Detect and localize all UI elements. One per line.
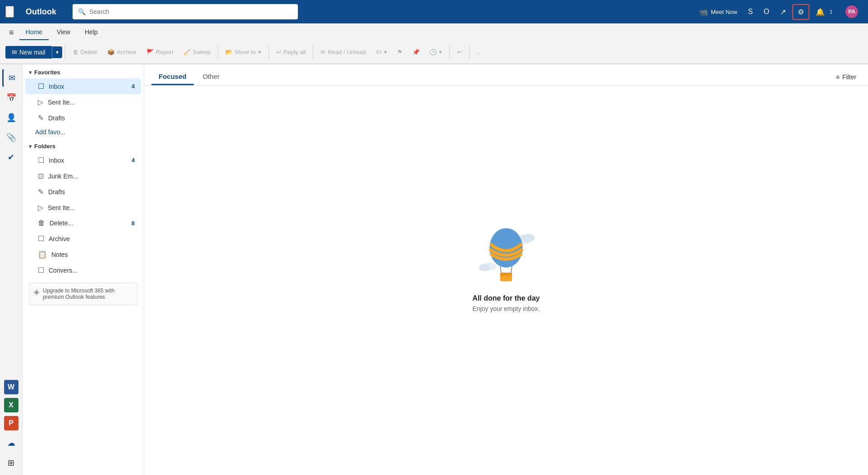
reply-all-button[interactable]: ↩ Reply all bbox=[272, 46, 311, 58]
filter-icon: ≡ bbox=[836, 73, 840, 81]
folder-panel: ▾ Favorites ☐ Inbox 4 ▷ Sent Ite... ✎ Dr… bbox=[23, 64, 144, 475]
tab-focused[interactable]: Focused bbox=[151, 69, 194, 85]
folder-item-drafts[interactable]: ✎ Drafts bbox=[25, 184, 141, 200]
sidebar-item-files[interactable]: 📎 bbox=[2, 128, 20, 146]
folders-section-header[interactable]: ▾ Folders bbox=[23, 138, 144, 152]
separator-1 bbox=[65, 46, 65, 59]
excel-app-button[interactable]: X bbox=[4, 398, 18, 412]
favorites-section-header[interactable]: ▾ Favorites bbox=[23, 64, 144, 78]
empty-inbox-state: All done for the day Enjoy your empty in… bbox=[144, 86, 868, 475]
balloon-illustration bbox=[475, 222, 538, 285]
undo-icon: ↩ bbox=[457, 49, 462, 55]
ribbon-tabs: ≡ Home View Help bbox=[0, 23, 868, 41]
svg-point-1 bbox=[521, 234, 535, 242]
sidebar-item-people[interactable]: 👤 bbox=[2, 109, 20, 127]
new-mail-group: ✉ New mail ▾ bbox=[5, 46, 62, 59]
separator-4 bbox=[313, 46, 313, 59]
conversations-icon: ☐ bbox=[38, 266, 44, 274]
sidebar-item-calendar[interactable]: 📅 bbox=[2, 89, 20, 107]
inbox-fav-icon: ☐ bbox=[38, 82, 44, 91]
ribbon: ≡ Home View Help ✉ New mail ▾ 🗑 Delete 📦… bbox=[0, 23, 868, 64]
meet-now-button[interactable]: 📹 Meet Now bbox=[694, 5, 742, 19]
folder-item-drafts-fav[interactable]: ✎ Drafts bbox=[25, 110, 141, 126]
delete-button[interactable]: 🗑 Delete bbox=[68, 46, 102, 58]
pin-button[interactable]: 📌 bbox=[408, 46, 424, 58]
new-mail-dropdown-button[interactable]: ▾ bbox=[52, 46, 62, 58]
avatar-button[interactable]: PA bbox=[841, 3, 863, 21]
delete-icon: 🗑 bbox=[73, 49, 78, 55]
archive-button[interactable]: 📦 Archive bbox=[103, 46, 141, 58]
more-button[interactable]: ... bbox=[472, 46, 486, 58]
bell-button[interactable]: 🔔 1 bbox=[811, 5, 839, 19]
settings-button[interactable]: ⚙ bbox=[792, 4, 809, 20]
search-input[interactable] bbox=[89, 8, 292, 15]
svg-point-9 bbox=[479, 264, 490, 271]
search-bar: 🔍 bbox=[73, 4, 298, 19]
main-layout: ✉ 📅 👤 📎 ✔ W X P ☁ ⊞ ▾ Favorites ☐ Inbox … bbox=[0, 64, 868, 475]
chevron-down-icon: ▾ bbox=[258, 49, 261, 55]
junk-icon: ⊡ bbox=[38, 172, 44, 180]
folder-item-sent[interactable]: ▷ Sent Ite... bbox=[25, 200, 141, 215]
folders-chevron-icon: ▾ bbox=[29, 143, 32, 150]
flag-icon: ⚑ bbox=[397, 49, 402, 55]
add-favorite-button[interactable]: Add favo... bbox=[23, 126, 144, 138]
tab-other[interactable]: Other bbox=[196, 69, 227, 85]
read-unread-button[interactable]: ✉ Read / Unread bbox=[316, 46, 370, 58]
skype-icon: S bbox=[748, 8, 753, 16]
new-mail-button[interactable]: ✉ New mail bbox=[5, 46, 52, 59]
tab-help[interactable]: Help bbox=[78, 25, 104, 40]
notes-icon: 📋 bbox=[38, 250, 47, 259]
office-button[interactable]: O bbox=[759, 5, 773, 18]
reply-all-icon: ↩ bbox=[276, 49, 281, 55]
sweep-button[interactable]: 🧹 Sweep bbox=[179, 46, 215, 58]
gear-icon: ⚙ bbox=[798, 8, 804, 16]
tab-home[interactable]: Home bbox=[19, 25, 49, 40]
svg-line-5 bbox=[511, 266, 512, 274]
report-button[interactable]: 🚩 Report bbox=[142, 46, 178, 58]
folder-item-notes[interactable]: 📋 Notes bbox=[25, 247, 141, 262]
move-to-button[interactable]: 📂 Move to ▾ bbox=[221, 46, 265, 58]
bell-icon: 🔔 bbox=[816, 8, 825, 16]
drafts-folder-icon: ✎ bbox=[38, 187, 44, 196]
flag-button[interactable]: ⚑ bbox=[393, 46, 407, 58]
sent-fav-icon: ▷ bbox=[38, 98, 43, 106]
envelope-icon: ✉ bbox=[12, 49, 17, 56]
avatar: PA bbox=[845, 5, 858, 18]
titlebar: ⊞ Outlook 🔍 📹 Meet Now S O ↗ ⚙ 🔔 1 PA bbox=[0, 0, 868, 23]
folder-item-inbox[interactable]: ☐ Inbox 4 bbox=[25, 152, 141, 168]
skype-button[interactable]: S bbox=[744, 5, 758, 18]
chevron-remind-icon: ▾ bbox=[439, 49, 442, 55]
folder-item-deleted[interactable]: 🗑 Delete... 8 bbox=[25, 215, 141, 231]
titlebar-actions: 📹 Meet Now S O ↗ ⚙ 🔔 1 PA bbox=[694, 3, 863, 21]
search-icon: 🔍 bbox=[78, 8, 86, 15]
favorites-chevron-icon: ▾ bbox=[29, 69, 32, 76]
tab-view[interactable]: View bbox=[50, 25, 77, 40]
tags-button[interactable]: 🏷 ▾ bbox=[371, 46, 392, 58]
ppt-app-button[interactable]: P bbox=[4, 416, 18, 430]
hamburger-button[interactable]: ≡ bbox=[5, 26, 18, 39]
undo-button[interactable]: ↩ bbox=[452, 46, 466, 58]
sidebar-item-todo[interactable]: ✔ bbox=[2, 148, 20, 166]
onedrive-app-button[interactable]: ☁ bbox=[2, 434, 20, 452]
app-grid-icon[interactable]: ⊞ bbox=[5, 6, 14, 18]
folder-item-junk[interactable]: ⊡ Junk Em... bbox=[25, 168, 141, 184]
filter-button[interactable]: ≡ Filter bbox=[831, 71, 861, 83]
folder-item-conversations[interactable]: ☐ Convers... bbox=[25, 262, 141, 278]
folder-item-inbox-fav[interactable]: ☐ Inbox 4 bbox=[25, 78, 141, 94]
more-apps-button[interactable]: ⊞ bbox=[2, 454, 20, 472]
sweep-icon: 🧹 bbox=[183, 49, 191, 55]
drafts-fav-icon: ✎ bbox=[38, 114, 44, 122]
sent-icon: ▷ bbox=[38, 203, 43, 212]
folder-item-sent-fav[interactable]: ▷ Sent Ite... bbox=[25, 94, 141, 110]
archive-folder-icon: ☐ bbox=[38, 234, 44, 243]
remind-button[interactable]: 🕐 ▾ bbox=[425, 46, 447, 58]
share-button[interactable]: ↗ bbox=[776, 5, 790, 19]
folder-item-archive[interactable]: ☐ Archive bbox=[25, 231, 141, 247]
move-icon: 📂 bbox=[225, 49, 233, 55]
clock-icon: 🕐 bbox=[429, 49, 437, 55]
sidebar-item-mail[interactable]: ✉ bbox=[2, 69, 20, 87]
empty-inbox-title: All done for the day bbox=[472, 294, 539, 302]
word-app-button[interactable]: W bbox=[4, 380, 18, 394]
upgrade-box[interactable]: ◈ Upgrade to Microsoft 365 with premium … bbox=[29, 283, 137, 305]
notification-badge: 1 bbox=[827, 9, 835, 15]
